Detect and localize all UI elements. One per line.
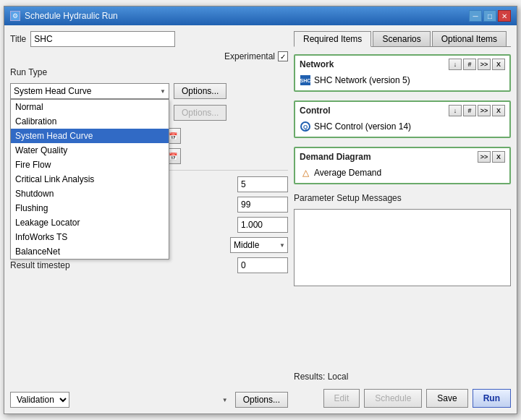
demand-item-label: Average Demand bbox=[314, 168, 381, 178]
network-controls: ↓ # >> X bbox=[449, 59, 505, 70]
control-item-label: SHC Control (version 14) bbox=[314, 121, 411, 132]
close-button[interactable]: ✕ bbox=[498, 10, 511, 22]
dropdown-arrow-icon: ▼ bbox=[160, 88, 166, 95]
control-item-icon: Q bbox=[300, 121, 311, 132]
tab-bar: Required Items Scenarios Optional Items bbox=[294, 31, 511, 47]
schedule-button[interactable]: Schedule bbox=[364, 389, 422, 408]
dropdown-item-infoworks[interactable]: InfoWorks TS bbox=[11, 230, 169, 244]
control-label: Control bbox=[300, 106, 331, 116]
validation-select[interactable]: Validation bbox=[10, 392, 69, 408]
run-type-row: System Head Curve ▼ Normal Calibration S… bbox=[10, 83, 288, 99]
control-network-icon: Q bbox=[300, 121, 310, 132]
dropdown-item-fireflow[interactable]: Fire Flow bbox=[11, 158, 169, 172]
run-type-dropdown[interactable]: System Head Curve ▼ Normal Calibration S… bbox=[10, 83, 169, 99]
maximize-button[interactable]: □ bbox=[483, 10, 496, 22]
demand-item: △ Average Demand bbox=[300, 166, 505, 180]
bottom-options-button[interactable]: Options... bbox=[235, 392, 288, 408]
dropdown-item-waterquality[interactable]: Water Quality bbox=[11, 143, 169, 158]
control-remove-btn[interactable]: X bbox=[492, 105, 505, 116]
left-panel: Title Experimental ✓ Run Type System Hea… bbox=[10, 31, 288, 408]
demand-chart-icon: △ bbox=[302, 168, 309, 178]
results-label: Results: Local bbox=[294, 372, 511, 382]
network-open-btn[interactable]: >> bbox=[478, 59, 491, 70]
messages-box bbox=[294, 209, 511, 286]
control-section: Control ↓ # >> X Q SHC Control (version … bbox=[294, 100, 511, 138]
network-section-title: Network ↓ # >> X bbox=[300, 59, 505, 70]
run-type-selected: System Head Curve bbox=[14, 86, 91, 96]
validation-wrapper: Validation bbox=[10, 392, 231, 408]
tab-required-items[interactable]: Required Items bbox=[294, 31, 371, 47]
dropdown-item-shc[interactable]: System Head Curve bbox=[11, 129, 169, 143]
demand-section-title: Demand Diagram >> X bbox=[300, 151, 505, 163]
demand-controls: >> X bbox=[478, 151, 505, 163]
experimental-label: Experimental bbox=[224, 51, 275, 61]
result-timestep-input[interactable] bbox=[237, 257, 288, 273]
network-down-btn[interactable]: ↓ bbox=[449, 59, 462, 70]
dropdown-item-criticallink[interactable]: Critical Link Analysis bbox=[11, 172, 169, 187]
shc-network-icon: SHC bbox=[300, 75, 310, 85]
network-item: SHC SHC Network (version 5) bbox=[300, 73, 505, 87]
demand-remove-btn[interactable]: X bbox=[492, 151, 505, 163]
title-bar: ⚙ Schedule Hydraulic Run ─ □ ✕ bbox=[4, 7, 517, 25]
run-type-menu: Normal Calibration System Head Curve Wat… bbox=[10, 99, 169, 260]
tab-optional-items[interactable]: Optional Items bbox=[432, 31, 507, 46]
run-button[interactable]: Run bbox=[473, 389, 511, 408]
comp-accuracy-input[interactable] bbox=[237, 217, 288, 233]
options-button-1[interactable]: Options... bbox=[174, 83, 226, 99]
demand-label: Demand Diagram bbox=[300, 152, 371, 162]
title-bar-left: ⚙ Schedule Hydraulic Run bbox=[10, 11, 118, 21]
dropdown-item-balancenet[interactable]: BalanceNet bbox=[11, 244, 169, 259]
tab-scenarios[interactable]: Scenarios bbox=[373, 31, 430, 46]
timestep-input[interactable] bbox=[237, 176, 288, 192]
network-hash-btn[interactable]: # bbox=[463, 59, 476, 70]
control-section-title: Control ↓ # >> X bbox=[300, 105, 505, 116]
network-section: Network ↓ # >> X SHC SHC Network (versio… bbox=[294, 54, 511, 92]
edit-button[interactable]: Edit bbox=[323, 389, 360, 408]
network-remove-btn[interactable]: X bbox=[492, 59, 505, 70]
calc-demand-select[interactable]: Middle Start End bbox=[230, 237, 288, 253]
experimental-checkbox[interactable]: ✓ bbox=[278, 51, 288, 61]
title-label: Title bbox=[10, 34, 26, 44]
network-item-icon: SHC bbox=[300, 74, 311, 86]
network-item-label: SHC Network (version 5) bbox=[314, 75, 410, 85]
control-hash-btn[interactable]: # bbox=[463, 105, 476, 116]
dropdown-item-leakage[interactable]: Leakage Locator bbox=[11, 215, 169, 230]
control-item: Q SHC Control (version 14) bbox=[300, 119, 505, 134]
window-title: Schedule Hydraulic Run bbox=[25, 11, 118, 21]
title-input[interactable] bbox=[30, 31, 175, 47]
demand-item-icon: △ bbox=[300, 167, 311, 179]
control-down-btn[interactable]: ↓ bbox=[449, 105, 462, 116]
max-iter-input[interactable] bbox=[237, 197, 288, 213]
dropdown-item-flushing[interactable]: Flushing bbox=[11, 201, 169, 215]
experimental-row: Experimental ✓ bbox=[10, 51, 288, 61]
control-open-btn[interactable]: >> bbox=[478, 105, 491, 116]
dropdown-item-shutdown[interactable]: Shutdown bbox=[11, 187, 169, 201]
save-button[interactable]: Save bbox=[426, 389, 467, 408]
demand-open-btn[interactable]: >> bbox=[478, 151, 491, 163]
control-controls: ↓ # >> X bbox=[449, 105, 505, 116]
options-button-2[interactable]: Options... bbox=[174, 105, 226, 121]
dropdown-item-calibration[interactable]: Calibration bbox=[11, 114, 169, 129]
result-timestep-row: Result timestep bbox=[10, 257, 288, 273]
title-row: Title bbox=[10, 31, 288, 47]
minimize-button[interactable]: ─ bbox=[469, 10, 482, 22]
run-type-label: Run Type bbox=[10, 67, 288, 77]
result-timestep-label: Result timestep bbox=[10, 260, 233, 270]
calc-demand-select-wrapper: Middle Start End bbox=[230, 237, 288, 253]
footer-buttons: Edit Schedule Save Run bbox=[294, 389, 511, 408]
bottom-row: Validation Options... bbox=[10, 392, 288, 408]
main-window: ⚙ Schedule Hydraulic Run ─ □ ✕ Title Exp… bbox=[4, 6, 517, 414]
dropdown-item-normal[interactable]: Normal bbox=[11, 100, 169, 114]
window-icon: ⚙ bbox=[10, 11, 20, 21]
messages-title: Parameter Setup Messages bbox=[294, 193, 511, 203]
demand-section: Demand Diagram >> X △ Average Demand bbox=[294, 147, 511, 184]
window-controls: ─ □ ✕ bbox=[469, 10, 511, 22]
run-type-dropdown-btn[interactable]: System Head Curve ▼ bbox=[10, 83, 169, 99]
network-label: Network bbox=[300, 59, 334, 69]
right-panel: Required Items Scenarios Optional Items … bbox=[294, 31, 511, 408]
main-content: Title Experimental ✓ Run Type System Hea… bbox=[4, 25, 517, 413]
